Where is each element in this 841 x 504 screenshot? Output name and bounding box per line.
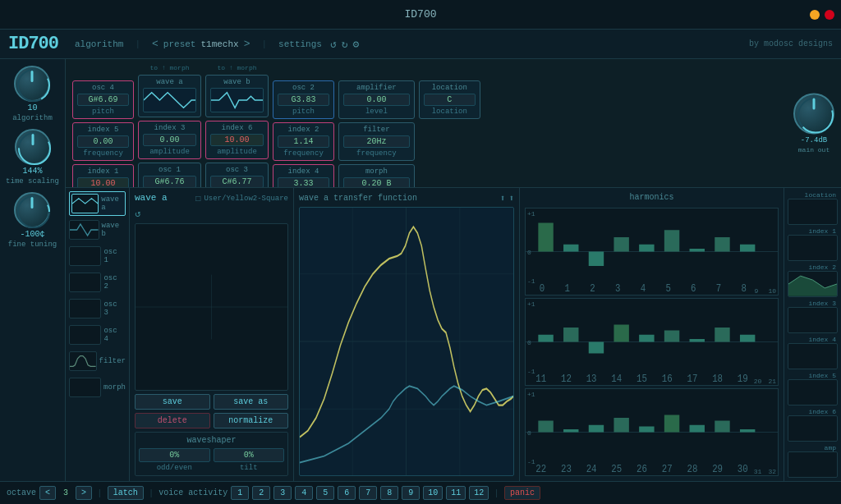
voice-btn-12[interactable]: 12 bbox=[469, 486, 489, 500]
osc2-value[interactable]: G3.83 bbox=[278, 94, 329, 106]
svg-text:26: 26 bbox=[636, 464, 647, 475]
transfer-panel: wave a transfer function ⬆ ⬆ bbox=[294, 188, 520, 481]
location-value[interactable]: C bbox=[424, 94, 476, 106]
waveshaper-section: waveshaper 0% 0% odd/even tilt bbox=[135, 432, 288, 476]
time-scaling-value: 144% bbox=[22, 167, 42, 176]
left-wave-sidebar: wave a wave b osc 1 osc 2 bbox=[66, 188, 130, 481]
amplifier-value[interactable]: 0.00 bbox=[343, 94, 410, 106]
octave-next-button[interactable]: > bbox=[76, 486, 92, 500]
left-knobs-sidebar: 10 algorithm 144% time scaling -100¢ bbox=[0, 59, 66, 481]
close-button[interactable] bbox=[825, 10, 834, 20]
voice-btn-6[interactable]: 6 bbox=[338, 486, 356, 500]
wavea-title: wave a bbox=[143, 78, 196, 86]
index5-title: index 5 bbox=[77, 126, 129, 134]
voice-btn-10[interactable]: 10 bbox=[423, 486, 443, 500]
svg-rect-60 bbox=[664, 415, 679, 433]
odd-even-value[interactable]: 0% bbox=[139, 448, 210, 462]
redo-button[interactable]: ↻ bbox=[342, 38, 348, 51]
octave-section: octave < 3 > bbox=[7, 486, 92, 500]
index5-value[interactable]: 0.00 bbox=[77, 135, 129, 148]
lws-osc2[interactable]: osc 2 bbox=[69, 270, 126, 295]
rs-amp-display[interactable] bbox=[788, 451, 838, 478]
lws-osc3[interactable]: osc 3 bbox=[69, 296, 126, 321]
transfer-display[interactable] bbox=[299, 207, 514, 476]
svg-rect-55 bbox=[538, 421, 553, 433]
preset-prev-button[interactable]: < bbox=[152, 38, 159, 50]
osc4-value[interactable]: G#6.69 bbox=[77, 94, 129, 106]
lws-morph[interactable]: morph bbox=[69, 375, 126, 400]
svg-rect-57 bbox=[589, 425, 604, 433]
lws-wavea[interactable]: wave a bbox=[69, 191, 126, 216]
undo-wave-button[interactable]: ↺ bbox=[135, 208, 288, 220]
waveb-title: wave b bbox=[210, 78, 264, 86]
lws-osc1[interactable]: osc 1 bbox=[69, 244, 126, 268]
index5-module: index 5 0.00 frequency bbox=[72, 122, 134, 161]
filter-value[interactable]: 20Hz bbox=[343, 135, 410, 148]
rs-location-display[interactable] bbox=[788, 199, 838, 225]
rs-index6-display[interactable] bbox=[788, 415, 838, 442]
upload-icon-2[interactable]: ⬆ bbox=[508, 193, 514, 204]
svg-text:19: 19 bbox=[738, 373, 748, 385]
osc3-value[interactable]: C#6.77 bbox=[210, 176, 264, 188]
voice-btn-8[interactable]: 8 bbox=[380, 486, 398, 500]
rs-index5-display[interactable] bbox=[788, 379, 838, 405]
time-scaling-knob[interactable] bbox=[15, 129, 51, 165]
index2-value[interactable]: 1.14 bbox=[278, 135, 329, 148]
save-button[interactable]: save bbox=[135, 394, 210, 410]
voice-btn-3[interactable]: 3 bbox=[273, 486, 292, 500]
svg-rect-43 bbox=[715, 328, 729, 342]
lws-filter[interactable]: filter bbox=[69, 349, 126, 373]
history-section: ↺ ↻ ⚙ bbox=[330, 38, 359, 51]
wave-display[interactable] bbox=[135, 223, 288, 391]
osc1-value[interactable]: G#6.76 bbox=[143, 176, 196, 188]
rs-index3-display[interactable] bbox=[788, 307, 838, 333]
osc4-title: osc 4 bbox=[77, 84, 129, 92]
morph-value[interactable]: 0.20 B bbox=[343, 177, 410, 188]
svg-rect-40 bbox=[639, 335, 654, 342]
voice-btn-11[interactable]: 11 bbox=[446, 486, 466, 500]
minimize-button[interactable] bbox=[810, 10, 820, 20]
waveb-preview[interactable] bbox=[210, 88, 264, 112]
rs-index3: index 3 bbox=[788, 300, 838, 333]
main-out-knob[interactable] bbox=[793, 94, 834, 135]
octave-prev-button[interactable]: < bbox=[39, 486, 56, 500]
upload-icon-1[interactable]: ⬆ bbox=[500, 193, 506, 204]
settings-label[interactable]: settings bbox=[278, 39, 322, 49]
index4-value[interactable]: 3.33 bbox=[278, 177, 329, 188]
lws-osc4[interactable]: osc 4 bbox=[69, 323, 126, 347]
save-as-button[interactable]: save as bbox=[214, 394, 289, 410]
svg-text:2: 2 bbox=[590, 283, 595, 295]
amplifier-param: level bbox=[343, 108, 410, 116]
voice-btn-4[interactable]: 4 bbox=[295, 486, 313, 500]
osc3-title: osc 3 bbox=[210, 166, 264, 174]
svg-rect-36 bbox=[538, 335, 553, 342]
rs-index2-display[interactable] bbox=[788, 271, 838, 297]
osc2-param: pitch bbox=[278, 108, 329, 116]
lws-waveb-preview bbox=[69, 220, 99, 240]
index6-value[interactable]: 10.00 bbox=[210, 134, 264, 146]
voice-btn-7[interactable]: 7 bbox=[359, 486, 377, 500]
latch-button[interactable]: latch bbox=[108, 486, 144, 500]
panic-button[interactable]: panic bbox=[504, 486, 540, 500]
rs-index4-display[interactable] bbox=[788, 343, 838, 369]
undo-button[interactable]: ↺ bbox=[330, 38, 337, 51]
window-controls[interactable] bbox=[810, 10, 834, 20]
wavea-preview[interactable] bbox=[143, 88, 196, 112]
svg-rect-41 bbox=[664, 331, 679, 342]
index3-value[interactable]: 0.00 bbox=[143, 134, 196, 146]
lws-waveb[interactable]: wave b bbox=[69, 218, 126, 242]
normalize-button[interactable]: normalize bbox=[214, 413, 289, 428]
voice-btn-5[interactable]: 5 bbox=[316, 486, 334, 500]
delete-button[interactable]: delete bbox=[135, 413, 210, 428]
fine-tuning-knob[interactable] bbox=[14, 192, 50, 228]
preset-next-button[interactable]: > bbox=[244, 38, 250, 50]
voice-btn-9[interactable]: 9 bbox=[402, 486, 420, 500]
algorithm-knob[interactable] bbox=[14, 66, 50, 102]
tilt-value[interactable]: 0% bbox=[214, 448, 285, 462]
index1-value[interactable]: 10.00 bbox=[77, 177, 129, 188]
voice-btn-1[interactable]: 1 bbox=[231, 486, 249, 500]
voice-btn-2[interactable]: 2 bbox=[252, 486, 270, 500]
bottom-bar: octave < 3 > | latch | voice activity 1 … bbox=[0, 481, 841, 504]
settings-icon[interactable]: ⚙ bbox=[353, 38, 360, 51]
rs-index1-display[interactable] bbox=[788, 235, 838, 261]
